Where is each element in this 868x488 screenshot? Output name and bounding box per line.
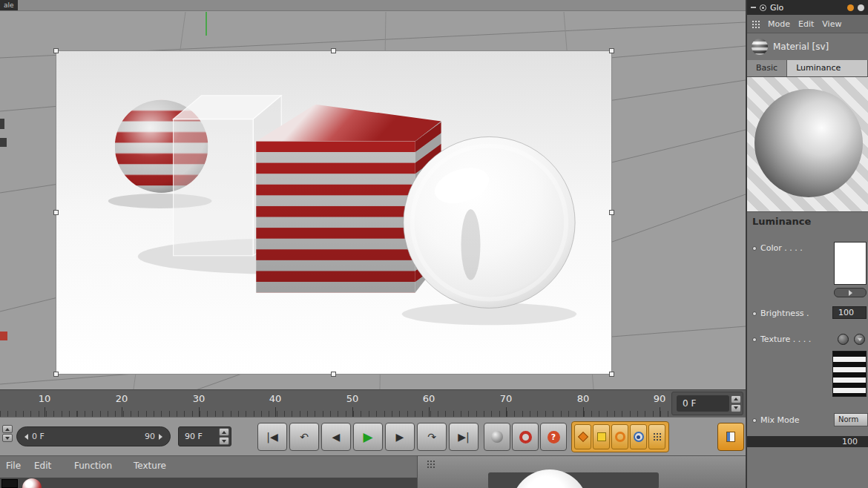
record-point-level-button[interactable] [648,424,665,449]
next-frame-button[interactable]: ▶ [385,423,415,451]
blue-dot-icon [634,432,644,442]
selection-handle[interactable] [609,210,614,215]
stepper-down-button[interactable] [219,437,229,445]
record-scale-button[interactable] [593,424,610,449]
window-dot-orange[interactable] [847,4,854,11]
timeline-tick-label: 70 [500,393,513,404]
selection-handle[interactable] [53,48,59,53]
bottom-bar: File Edit Function Texture [0,455,746,488]
dot-grid-icon [653,432,662,441]
menu-mode[interactable]: Mode [768,19,790,29]
timeline-tick-label: 60 [423,393,435,404]
goto-end-icon: ▶| [458,431,469,443]
luminance-properties: Color . . . . Brightness . 100 Texture .… [747,230,868,488]
stepper-up-button[interactable] [219,428,229,436]
ring-icon [615,432,625,442]
material-slot[interactable] [1,479,18,488]
record-position-button[interactable] [574,424,591,449]
document-icon [726,432,735,442]
goto-start-icon: |◀ [266,431,277,443]
menu-edit[interactable]: Edit [34,461,51,471]
3d-viewport[interactable]: ale [0,0,746,389]
tab-luminance[interactable]: Luminance [787,60,868,76]
frame-number-field[interactable]: 0 F [677,395,729,412]
keying-toggle-group [571,421,669,452]
object-row[interactable]: Material [sv] [747,33,868,60]
selection-handle[interactable] [331,48,336,53]
stepper-down-button[interactable] [2,434,13,442]
menu-edit[interactable]: Edit [798,19,814,29]
stepper-down-button[interactable] [731,404,741,412]
current-frame-field[interactable]: 90 F [179,432,219,441]
timeline-major-tick [45,407,45,417]
menu-texture[interactable]: Texture [134,461,166,471]
timeline-tick-label: 50 [346,393,359,404]
mix-mode-dropdown[interactable]: Norm [834,413,868,426]
color-label: Color . . . . [760,243,803,253]
material-sphere-icon [752,39,768,55]
record-keyframe-button[interactable] [512,423,539,451]
previous-frame-icon: ◀ [332,431,341,443]
brightness-row: Brightness . [752,309,809,318]
record-icon [519,431,532,444]
selection-handle[interactable] [609,48,614,53]
timeline-major-tick [506,407,507,417]
window-dot-light[interactable] [858,4,864,11]
timeline-tick-label: 80 [577,393,590,404]
question-icon: ? [548,431,560,444]
timeline-minor-ticks [0,411,671,417]
edge-marker [0,138,7,147]
selection-handle[interactable] [609,372,614,377]
previous-key-button[interactable]: ↶ [289,423,319,451]
color-swatch[interactable] [834,242,867,285]
layout-grid-icon[interactable] [752,20,760,28]
panel-titlebar[interactable]: Glo [747,0,868,15]
texture-menu-button[interactable] [854,334,865,345]
stepper-up-button[interactable] [731,395,741,403]
material-thumbnail[interactable] [22,478,42,488]
playback-range-slider[interactable]: 0 F 90 [16,426,171,446]
dot-grid-icon[interactable] [427,460,435,469]
menu-view[interactable]: View [822,19,841,29]
record-parameter-button[interactable] [630,424,647,449]
material-shelf [0,478,417,488]
viewport-top-strip [0,0,746,11]
timeline-ruler[interactable]: 10 20 30 40 50 60 70 80 90 0 F [0,389,746,417]
range-right-arrow-icon [159,434,162,440]
selection-handle[interactable] [331,372,336,377]
timeline-tick-label: 20 [116,393,128,404]
brightness-value-field[interactable]: 100 [832,306,867,319]
previous-frame-button[interactable]: ◀ [321,423,351,451]
current-frame-stepper[interactable] [219,428,229,445]
window-circle-icon[interactable] [760,4,766,11]
timeline-major-tick [660,407,660,417]
texture-thumbnail[interactable] [832,351,867,397]
goto-start-button[interactable]: |◀ [257,423,287,451]
menu-file[interactable]: File [6,461,21,471]
selection-handle[interactable] [53,372,59,377]
render-region[interactable] [56,50,612,375]
tab-basic[interactable]: Basic [747,60,787,76]
frame-stepper[interactable] [731,395,741,412]
texture-knob-button[interactable] [838,334,849,345]
material-preview-area [747,77,868,212]
timeline-tick-label: 90 [654,393,666,404]
timeline-major-tick [583,407,584,417]
record-rotation-button[interactable] [611,424,628,449]
stepper-up-button[interactable] [2,425,13,433]
goto-end-button[interactable]: ▶| [449,423,479,451]
record-snapshot-button[interactable] [484,423,510,451]
timeline-tick-label: 10 [39,393,51,404]
selection-handle[interactable] [53,210,59,215]
attribute-manager-panel: Glo Mode Edit View Material [sv] Basic L… [746,0,868,488]
panel-title: Glo [770,3,844,13]
mix-strength-field[interactable]: 100 [747,436,868,447]
menu-function[interactable]: Function [74,461,112,471]
autokey-help-button[interactable]: ? [540,423,567,451]
brightness-label: Brightness . [760,309,809,318]
color-expand-button[interactable] [834,288,867,297]
next-key-button[interactable]: ↷ [417,423,447,451]
options-button[interactable] [717,423,744,451]
range-stepper[interactable] [2,425,13,442]
play-button[interactable]: ▶ [353,423,383,451]
